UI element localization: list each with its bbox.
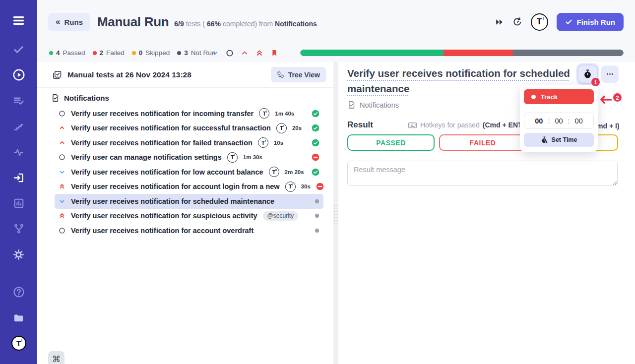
sidebar-item-branch[interactable] [0,223,37,234]
topbar-actions: T Finish Run [495,13,624,31]
finish-run-label: Finish Run [577,18,616,26]
filter-chevron-down-button[interactable] [211,49,219,57]
time-separator: : [548,117,550,125]
set-time-button[interactable]: Set Time [524,133,594,147]
test-row[interactable]: Verify user receives notification for fa… [55,135,323,150]
sidebar-item-login[interactable] [0,172,37,183]
test-row[interactable]: Verify user receives notification for su… [55,209,323,224]
test-duration: 1m 30s [243,154,262,160]
test-duration: 30s [301,183,311,189]
hotkeys-command-button[interactable]: ⌘ [48,351,64,364]
check-circle-icon [312,168,319,176]
test-row[interactable]: Verify user receives notification for ac… [55,180,323,194]
main-area: « Runs Manual Run 6/9 tests ( 66% comple… [37,0,635,364]
annotation-arrow-left-icon [598,93,612,102]
chevron-up-icon [59,139,65,146]
filter-chevron-up-button[interactable] [241,49,249,57]
completed-word: completed) from [223,20,273,28]
test-status [312,124,319,132]
fast-forward-button[interactable] [495,17,504,27]
retry-timer-icon [512,17,522,27]
sidebar-item-folder[interactable] [0,312,37,324]
time-input[interactable]: 00 : 00 : 00 [524,113,594,129]
chevrons-up-icon [59,212,65,219]
logo-icon: T [259,108,269,119]
test-row-title: Verify user receives notification for ac… [71,227,254,235]
sidebar-item-gear[interactable] [0,249,37,260]
topbar: « Runs Manual Run 6/9 tests ( 66% comple… [37,0,635,44]
chevrons-up-icon [255,49,263,57]
check-circle-icon [312,110,319,118]
sidebar-item-hamburger-menu[interactable] [0,14,37,27]
test-duration: 1m 40s [275,111,294,117]
back-button-label: Runs [64,18,83,26]
annotation-step-1-badge: 1 [591,78,600,86]
panel-resize-handle[interactable] [333,62,338,364]
play-circle-icon [12,68,25,81]
time-minutes-field[interactable]: 00 [555,117,563,125]
suite-group-row[interactable]: Notifications [51,94,333,102]
finish-run-button[interactable]: Finish Run [557,13,624,31]
page-title: Manual Run [97,14,169,30]
activity-icon [13,147,24,158]
circle-icon [59,154,65,161]
time-seconds-field[interactable]: 00 [575,117,583,125]
passed-button[interactable]: PASSED [347,134,435,151]
test-status [312,168,319,176]
dot-icon [315,199,319,204]
time-hours-field[interactable]: 00 [535,117,543,125]
test-duration: 20s [292,125,302,131]
test-list: Verify user receives notification for in… [37,106,333,238]
minus-circle-icon [316,182,324,190]
sidebar-item-list-check[interactable] [0,95,37,107]
sidebar: T [0,0,37,364]
retry-timer-button[interactable] [512,17,522,27]
filter-circle-button[interactable] [226,49,234,57]
sidebar-item-play-circle[interactable] [0,68,37,81]
chevrons-up-icon [59,183,65,190]
sidebar-item-bar-chart[interactable] [0,198,37,209]
test-row[interactable]: Verify user receives notification for ac… [55,223,323,238]
status-dot-icon [177,51,181,55]
filter-bookmark-button[interactable] [270,49,278,57]
test-row[interactable]: Verify user receives notification for lo… [55,165,323,180]
test-row[interactable]: Verify user receives notification for su… [55,121,323,136]
result-heading: Result [347,120,373,130]
run-progress-bar [300,50,624,56]
sidebar-item-help[interactable] [0,286,37,298]
sidebar-item-steps[interactable] [0,121,37,132]
more-options-button[interactable] [601,65,619,83]
breadcrumb-label: Notifications [360,101,399,109]
back-to-runs-button[interactable]: « Runs [48,13,90,31]
sidebar-item-logo[interactable]: T [0,336,37,351]
logo-icon: T [269,167,279,177]
circle-icon [226,49,234,57]
set-time-label: Set Time [552,136,577,143]
count-skipped: 0Skipped [132,49,170,57]
sidebar-item-check[interactable] [0,44,37,56]
test-row-title: Verify user receives notification for su… [71,124,271,132]
test-status [316,182,324,190]
sidebar-item-activity[interactable] [0,147,37,158]
result-message-input[interactable] [347,161,618,186]
test-row[interactable]: Verify user can manage notification sett… [55,150,323,165]
logo-icon: T [227,152,238,163]
track-button[interactable]: Track [524,89,594,104]
filter-chevrons-up-button[interactable] [255,49,263,57]
app-logo-icon[interactable]: T [531,13,548,31]
stopwatch-button[interactable]: 1 [577,64,598,84]
stopwatch-settings-icon [541,136,548,144]
test-row[interactable]: Verify user receives notification for in… [55,106,323,121]
failed-button[interactable]: FAILED [439,134,526,151]
tree-view-button[interactable]: Tree View [271,67,326,82]
timer-popup: Track 00 : 00 : 00 Set Time [520,85,598,152]
status-row: 4Passed2Failed0Skipped3Not Run [37,44,635,62]
stopwatch-icon [583,69,592,79]
test-row-title: Verify user receives notification for fa… [71,139,253,147]
breadcrumb[interactable]: Notifications [347,101,399,109]
hotkeys-tail-fragment: md + I) [597,122,620,130]
bar-chart-icon [13,198,24,209]
help-icon [13,286,25,298]
run-progress-summary: 6/9 tests ( 66% completed) from Notifica… [174,20,317,28]
test-row[interactable]: Verify user receives notification for sc… [55,194,323,209]
